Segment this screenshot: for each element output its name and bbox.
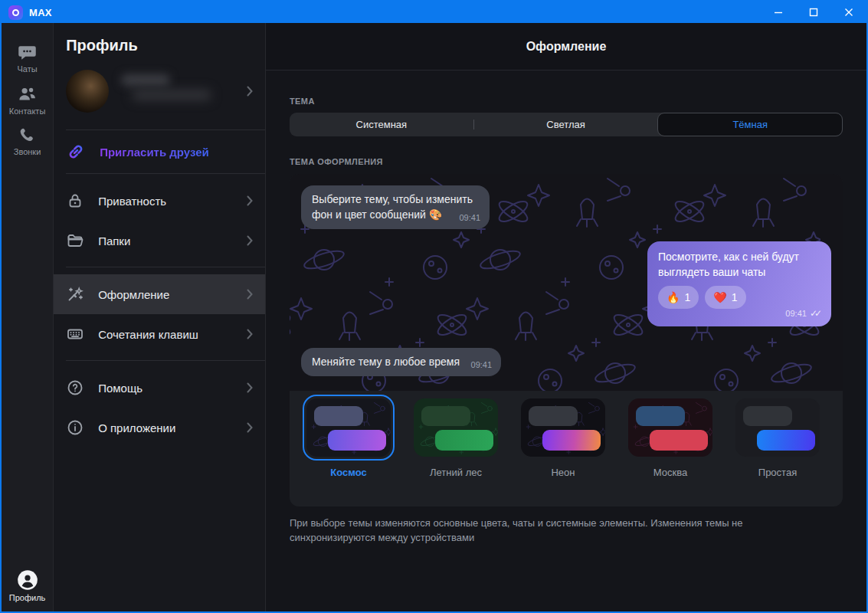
message-time: 09:41 [459, 210, 480, 225]
link-icon [66, 142, 86, 162]
theme-name: Москва [628, 467, 712, 478]
magic-wand-icon [66, 285, 84, 303]
reaction-fire[interactable]: 🔥 1 [658, 286, 699, 309]
invite-friends-button[interactable]: Пригласить друзей [54, 130, 265, 173]
window-controls [761, 2, 866, 23]
message-incoming: Меняйте тему в любое время 09:41 [301, 348, 501, 376]
message-text: Посмотрите, как с ней будут выглядеть ва… [658, 251, 799, 278]
help-icon [66, 379, 84, 397]
divider [66, 267, 265, 267]
theme-option-light[interactable]: Светлая [474, 113, 658, 136]
theme-preview-card: Выберите тему, чтобы изменить фон и цвет… [290, 174, 843, 506]
avatar [66, 70, 109, 113]
theme-thumbnail [414, 398, 498, 457]
nav-calls-label: Звонки [14, 147, 41, 156]
nav-chats[interactable]: Чаты [17, 41, 38, 74]
settings-item-appearance[interactable]: Оформление [54, 274, 265, 314]
nav-calls[interactable]: Звонки [14, 126, 41, 156]
nav-rail: Чаты Контакты Звонки [2, 23, 54, 611]
heart-emoji-icon: ❤️ [713, 290, 726, 305]
theme-thumbnail [735, 398, 820, 457]
reaction-count: 1 [684, 290, 690, 305]
nav-chats-label: Чаты [17, 64, 37, 74]
reaction-heart[interactable]: ❤️ 1 [705, 286, 745, 309]
theme-thumbnail [306, 398, 391, 457]
appearance-panel: Оформление ТЕМА Системная Светлая Тёмная… [266, 23, 866, 611]
chat-theme-moscow[interactable]: Москва [628, 398, 712, 478]
theme-thumbnail [521, 398, 605, 457]
message-time: 09:41 ✓✓ [785, 306, 822, 321]
panel-header: Оформление [266, 23, 866, 70]
info-icon [66, 418, 84, 437]
chevron-right-icon [247, 86, 253, 97]
titlebar: MAX [2, 2, 866, 23]
chevron-right-icon [247, 289, 253, 300]
phone-icon [18, 126, 37, 145]
settings-item-shortcuts[interactable]: Сочетания клавиш [54, 314, 265, 354]
contacts-icon [17, 84, 38, 104]
theme-option-dark[interactable]: Тёмная [657, 113, 843, 136]
chat-bubble-icon [17, 41, 38, 62]
message-outgoing: Посмотрите, как с ней будут выглядеть ва… [647, 241, 831, 326]
folder-icon [66, 231, 84, 250]
theme-section-label: ТЕМА [290, 97, 843, 106]
divider [66, 360, 265, 361]
chat-preview: Выберите тему, чтобы изменить фон и цвет… [290, 174, 843, 391]
profile-card[interactable] [54, 62, 265, 129]
chat-theme-simple[interactable]: Простая [735, 398, 820, 478]
settings-item-label: Оформление [98, 288, 169, 301]
message-incoming: Выберите тему, чтобы изменить фон и цвет… [301, 185, 490, 229]
close-button[interactable] [831, 2, 866, 23]
app-title: MAX [29, 7, 52, 18]
chat-theme-summer-forest[interactable]: Летний лес [414, 398, 498, 478]
theme-thumbnail [628, 398, 712, 457]
theme-name: Летний лес [414, 467, 498, 478]
chevron-right-icon [247, 382, 253, 393]
chevron-right-icon [247, 195, 253, 206]
chevron-right-icon [247, 235, 253, 246]
chat-theme-neon[interactable]: Неон [521, 398, 605, 478]
nav-contacts[interactable]: Контакты [9, 84, 46, 116]
reaction-count: 1 [732, 290, 738, 305]
settings-item-label: Сочетания клавиш [98, 328, 198, 341]
message-text: Меняйте тему в любое время [312, 356, 460, 368]
theme-name: Неон [521, 467, 605, 478]
settings-item-about[interactable]: О приложении [54, 408, 265, 447]
page-title: Профиль [54, 23, 265, 62]
settings-item-label: Помощь [98, 382, 142, 395]
settings-item-label: О приложении [98, 421, 175, 434]
theme-option-system[interactable]: Системная [290, 113, 473, 136]
chat-theme-cosmos[interactable]: Космос [306, 398, 391, 478]
settings-panel: Профиль Пригласить друзей [54, 23, 266, 611]
minimize-button[interactable] [761, 2, 796, 23]
message-text: Выберите тему, чтобы изменить фон и цвет… [312, 193, 473, 221]
settings-list: Приватность Папки [54, 174, 265, 447]
lock-icon [66, 192, 84, 210]
invite-friends-label: Пригласить друзей [100, 146, 209, 159]
profile-name-blurred [121, 73, 234, 110]
settings-item-label: Приватность [98, 195, 166, 208]
keyboard-icon [66, 325, 84, 343]
chat-theme-list: Космос Летний лес [290, 391, 843, 478]
chat-theme-section-label: ТЕМА ОФОРМЛЕНИЯ [290, 157, 843, 166]
max-logo-icon [8, 5, 23, 20]
theme-name: Простая [735, 467, 820, 478]
profile-avatar-icon [17, 569, 38, 591]
nav-profile[interactable]: Профиль [2, 569, 53, 602]
read-receipt-icon: ✓✓ [810, 306, 822, 321]
fire-emoji-icon: 🔥 [667, 290, 680, 305]
settings-item-privacy[interactable]: Приватность [54, 181, 265, 221]
settings-item-help[interactable]: Помощь [54, 368, 265, 408]
theme-name: Космос [306, 467, 391, 478]
settings-item-folders[interactable]: Папки [54, 221, 265, 261]
message-time: 09:41 [471, 357, 493, 372]
settings-item-label: Папки [98, 234, 130, 247]
app-window: MAX Чаты [0, 0, 868, 613]
chevron-right-icon [247, 329, 253, 339]
panel-header-title: Оформление [526, 40, 607, 54]
maximize-button[interactable] [796, 2, 831, 23]
chevron-right-icon [247, 422, 253, 433]
theme-segmented-control: Системная Светлая Тёмная [290, 113, 843, 136]
app-identity: MAX [2, 5, 52, 20]
nav-contacts-label: Контакты [9, 107, 46, 116]
